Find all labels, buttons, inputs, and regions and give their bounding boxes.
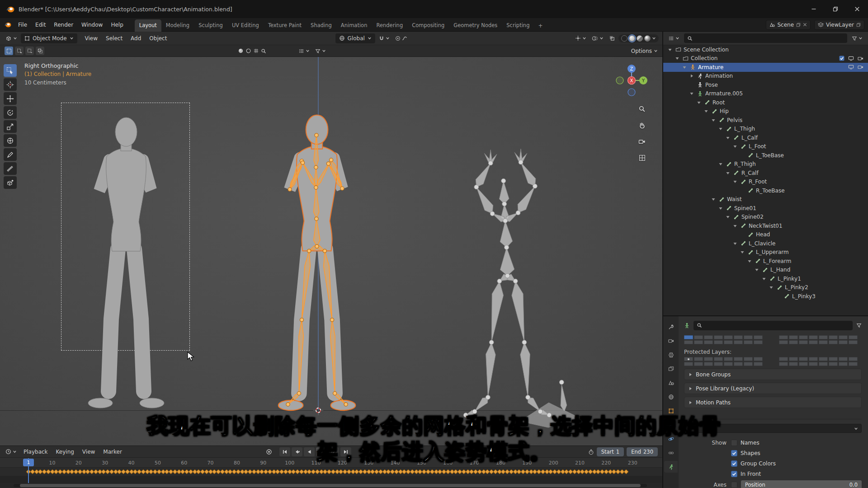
outliner-row-l-upperarm[interactable]: L_Upperarm xyxy=(663,248,868,257)
view-object-types-dropdown[interactable] xyxy=(297,46,311,56)
layer-cell[interactable] xyxy=(694,357,703,361)
mesh-model-left[interactable] xyxy=(71,108,180,431)
layer-cell[interactable] xyxy=(694,340,703,344)
workspace-tab-compositing[interactable]: Compositing xyxy=(407,19,449,32)
layer-cell[interactable] xyxy=(809,340,818,344)
outliner-row-hip[interactable]: Hip xyxy=(663,107,868,116)
tool-annotate[interactable] xyxy=(4,148,17,161)
expander-icon[interactable] xyxy=(710,118,717,122)
tool-scale[interactable] xyxy=(4,120,17,133)
view-layer-selector[interactable]: ViewLayer xyxy=(814,20,864,30)
view-layer-copy-icon[interactable] xyxy=(856,23,861,27)
tool-measure[interactable] xyxy=(4,162,17,175)
select-mode-new[interactable] xyxy=(5,47,13,55)
viewport-menu-add[interactable]: Add xyxy=(127,33,145,43)
viewport-menu-select[interactable]: Select xyxy=(102,33,127,43)
outliner-row-spine02[interactable]: Spine02 xyxy=(663,213,868,222)
expander-icon[interactable] xyxy=(725,136,731,140)
tool-move[interactable] xyxy=(4,92,17,105)
layer-cell[interactable] xyxy=(714,362,723,366)
layer-cell[interactable] xyxy=(789,357,798,361)
menu-file[interactable]: File xyxy=(14,20,31,30)
timeline-menu-playback[interactable]: Playback xyxy=(19,447,52,457)
timeline-ruler[interactable]: 1102030405060708090100110120130140150160… xyxy=(0,458,662,468)
layer-cell[interactable] xyxy=(819,335,828,339)
section-motion-paths[interactable]: Motion Paths xyxy=(684,397,862,408)
layer-cell[interactable] xyxy=(704,340,713,344)
screen-icon[interactable] xyxy=(848,56,854,61)
layer-cell[interactable] xyxy=(734,335,743,339)
workspace-tab-geometry-nodes[interactable]: Geometry Nodes xyxy=(449,19,502,32)
layer-cell[interactable] xyxy=(734,340,743,344)
expander-icon[interactable] xyxy=(761,277,767,281)
layer-cell[interactable] xyxy=(849,340,858,344)
viewport-3d[interactable]: Right Orthographic (1) Collection | Arma… xyxy=(0,57,662,446)
jump-end-button[interactable] xyxy=(340,447,351,456)
keyframe-track[interactable] xyxy=(0,468,662,476)
shading-solid-button[interactable] xyxy=(629,35,635,42)
layer-cell[interactable] xyxy=(754,362,763,366)
select-mode-invert[interactable] xyxy=(36,47,44,55)
filter-dropdown[interactable] xyxy=(313,46,328,56)
axes-position-slider[interactable]: Position 0.0 xyxy=(741,480,862,488)
outliner-row-animation[interactable]: Animation xyxy=(663,72,868,81)
layer-cell[interactable] xyxy=(779,340,788,344)
outliner-row-r-toebase[interactable]: R_ToeBase xyxy=(663,186,868,195)
properties-tab-constraints[interactable] xyxy=(664,447,678,459)
layer-cell[interactable] xyxy=(819,362,828,366)
workspace-tab-shading[interactable]: Shading xyxy=(306,19,336,32)
layer-cell[interactable] xyxy=(809,362,818,366)
expander-icon[interactable] xyxy=(739,250,745,254)
play-reverse-button[interactable] xyxy=(304,447,315,456)
properties-tab-modifiers[interactable] xyxy=(664,419,678,431)
prev-keyframe-button[interactable] xyxy=(292,447,302,456)
editor-type-selector[interactable] xyxy=(4,33,19,43)
expander-icon[interactable] xyxy=(725,215,731,219)
scene-selector[interactable]: Scene xyxy=(766,20,811,30)
layer-cell[interactable] xyxy=(724,335,733,339)
tool-cursor[interactable] xyxy=(4,78,17,91)
mesh-model-center-selected[interactable] xyxy=(261,108,372,431)
search-icon[interactable] xyxy=(261,48,266,54)
outliner-row-l-foot[interactable]: L_Foot xyxy=(663,142,868,151)
layer-cell[interactable] xyxy=(734,362,743,366)
layer-cell[interactable] xyxy=(799,335,808,339)
layer-cell[interactable] xyxy=(829,340,838,344)
tool-add-cube[interactable] xyxy=(4,176,17,189)
properties-tab-scene[interactable] xyxy=(664,377,678,389)
layer-cell[interactable] xyxy=(779,357,788,361)
expander-icon[interactable] xyxy=(710,197,717,202)
layer-cell[interactable] xyxy=(754,357,763,361)
outliner-row-l-clavicle[interactable]: L_Clavicle xyxy=(663,239,868,248)
checkbox-names[interactable] xyxy=(731,440,737,446)
layer-cell[interactable] xyxy=(684,335,693,339)
properties-tab-world[interactable] xyxy=(664,391,678,403)
timeline-editor-selector[interactable] xyxy=(4,447,19,457)
options-dropdown[interactable]: Options xyxy=(631,48,658,54)
add-workspace-button[interactable]: + xyxy=(534,20,547,32)
outliner-row-l-pinky2[interactable]: L_Pinky2 xyxy=(663,283,868,292)
end-frame-field[interactable]: End 230 xyxy=(627,447,658,456)
select-mode-subtract[interactable] xyxy=(25,47,34,55)
layer-cell[interactable] xyxy=(819,340,828,344)
properties-tab-object[interactable] xyxy=(664,405,678,417)
checkbox-group-colors[interactable] xyxy=(731,460,737,467)
workspace-tab-texture-paint[interactable]: Texture Paint xyxy=(264,19,306,32)
close-button[interactable] xyxy=(846,0,868,18)
outliner-row-waist[interactable]: Waist xyxy=(663,195,868,204)
tool-rotate[interactable] xyxy=(4,106,17,119)
expander-icon[interactable] xyxy=(732,179,738,184)
viewport-menu-object[interactable]: Object xyxy=(145,33,171,43)
layer-cell[interactable] xyxy=(714,357,723,361)
layer-cell[interactable] xyxy=(684,357,693,361)
layer-cell[interactable] xyxy=(849,335,858,339)
ring-icon[interactable] xyxy=(245,48,251,54)
layer-cell[interactable] xyxy=(724,362,733,366)
timeline-menu-keying[interactable]: Keying xyxy=(52,447,78,457)
menu-window[interactable]: Window xyxy=(77,20,107,30)
layer-cell[interactable] xyxy=(744,335,753,339)
scene-unlink-icon[interactable] xyxy=(803,23,807,27)
layer-cell[interactable] xyxy=(799,357,808,361)
properties-tab-view-layer[interactable] xyxy=(664,363,678,375)
keyframe-diamond[interactable] xyxy=(623,469,628,474)
